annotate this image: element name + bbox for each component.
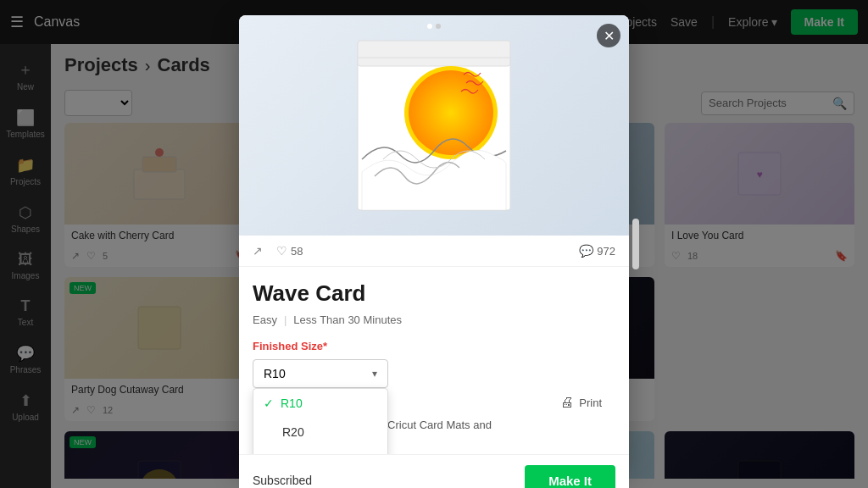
dot-2 (436, 24, 441, 29)
svg-point-22 (409, 70, 493, 155)
heart-stat-icon: ♡ (276, 244, 287, 258)
option-label-r20: R20 (282, 425, 304, 439)
share-stat-icon: ↗ (253, 244, 263, 258)
modal-dots (427, 24, 441, 29)
required-mark: * (323, 340, 327, 352)
print-button[interactable]: 🖨 Print (560, 395, 602, 410)
check-icon-r10: ✓ (264, 396, 274, 410)
dropdown-menu: ✓ R10 R20 R30 R40 (253, 388, 388, 454)
modal-share-stat[interactable]: ↗ (253, 244, 263, 258)
wave-card-illustration (324, 28, 544, 223)
modal: ✕ (239, 15, 629, 473)
modal-comments-stat[interactable]: 💬 972 (579, 244, 615, 258)
subscribed-label: Subscribed (253, 474, 312, 487)
dropdown-option-r20[interactable]: R20 (253, 418, 387, 446)
dropdown-arrow-icon: ▾ (372, 368, 377, 380)
comment-stat-icon: 💬 (579, 244, 593, 258)
option-label-r10: R10 (281, 396, 303, 410)
modal-image-area (239, 15, 629, 236)
modal-like-stat[interactable]: ♡ 58 (276, 244, 303, 258)
time-label: Less Than 30 Minutes (293, 313, 402, 326)
finished-size-label: Finished Size* (253, 340, 615, 352)
modal-like-count: 58 (291, 245, 303, 258)
dropdown-option-r30[interactable]: R30 (253, 446, 387, 454)
difficulty-label: Easy (253, 313, 277, 326)
size-dropdown[interactable]: R10 ▾ (253, 359, 388, 388)
dot-1 (427, 24, 432, 29)
modal-meta: Easy | Less Than 30 Minutes (253, 313, 615, 326)
selected-size-value: R10 (264, 367, 286, 380)
modal-stats-bar: ↗ ♡ 58 💬 972 (239, 236, 629, 267)
size-dropdown-container: R10 ▾ ✓ R10 R20 R30 (253, 359, 388, 388)
modal-footer: Subscribed Make It (239, 454, 629, 489)
modal-comment-count: 972 (597, 245, 615, 258)
modal-title: Wave Card (253, 280, 615, 307)
print-icon: 🖨 (560, 395, 574, 410)
modal-scroll-indicator[interactable] (632, 219, 639, 269)
dropdown-option-r10[interactable]: ✓ R10 (253, 389, 387, 418)
make-it-modal-button[interactable]: Make It (525, 465, 615, 489)
modal-body: Wave Card Easy | Less Than 30 Minutes Fi… (239, 267, 629, 454)
meta-separator: | (284, 313, 287, 326)
modal-overlay[interactable]: ✕ (0, 0, 868, 488)
svg-rect-20 (358, 41, 510, 66)
modal-close-button[interactable]: ✕ (597, 24, 620, 47)
print-label: Print (579, 396, 602, 409)
